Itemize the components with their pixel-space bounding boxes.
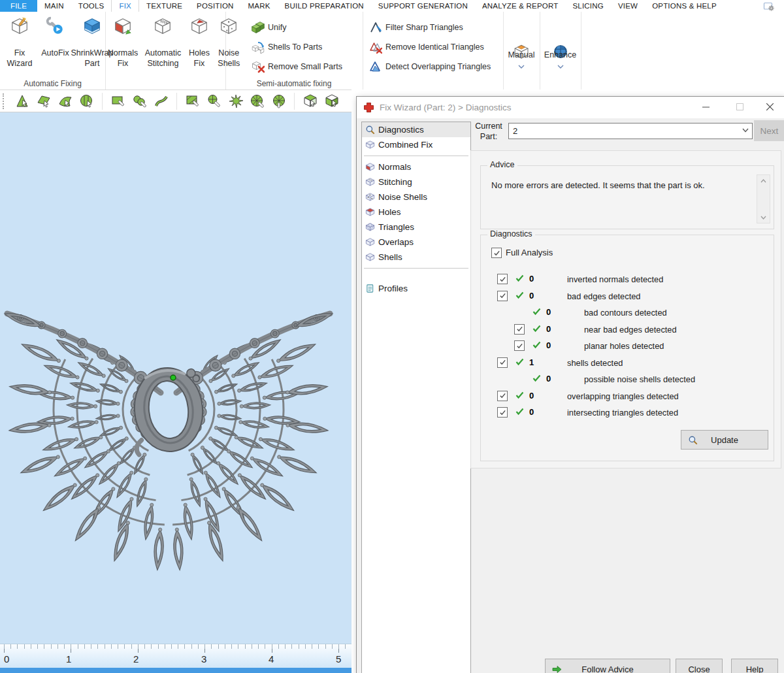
remove-small-parts-button[interactable]: Remove Small Parts	[252, 57, 363, 76]
filter-sharp-triangles-icon	[369, 21, 382, 34]
rectangle-marking-icon[interactable]	[110, 93, 126, 109]
tab-options-help[interactable]: OPTIONS & HELP	[645, 0, 724, 12]
sidebar-item-profiles[interactable]: Profiles	[362, 281, 470, 296]
shells-cube-icon	[365, 252, 375, 262]
fix-wizard-label: Fix Wizard	[7, 48, 33, 69]
tab-file[interactable]: FILE	[0, 0, 37, 12]
3d-viewport[interactable]	[0, 112, 351, 644]
tab-mark[interactable]: MARK	[241, 0, 278, 12]
ring-marking-icon[interactable]	[271, 93, 287, 109]
sidebar-item-noise-shells[interactable]: Noise Shells	[362, 189, 470, 205]
select-surfaces-icon[interactable]	[57, 93, 73, 109]
3d-model-wing-ring[interactable]	[0, 112, 351, 644]
ribbon-group-automatic-fixing: Fix Wizard AutoFix ShrinkWrap	[0, 12, 106, 90]
sidebar-item-overlaps[interactable]: Overlaps	[362, 235, 470, 250]
full-analysis-checkbox[interactable]	[491, 248, 502, 258]
freeform-marking-icon[interactable]	[154, 93, 169, 109]
tab-tools[interactable]: TOOLS	[71, 0, 112, 12]
checkbox[interactable]	[497, 274, 508, 284]
sidebar-item-shells[interactable]: Shells	[362, 250, 470, 265]
tab-position[interactable]: POSITION	[189, 0, 241, 12]
deselect-through-cube-icon[interactable]	[324, 93, 340, 109]
sidebar-item-combined-fix[interactable]: Combined Fix	[362, 137, 470, 152]
sidebar-item-diagnostics[interactable]: Diagnostics	[362, 122, 470, 137]
tab-main[interactable]: MAIN	[37, 0, 71, 12]
checkbox[interactable]	[514, 324, 525, 335]
tab-build-preparation[interactable]: BUILD PREPARATION	[278, 0, 371, 12]
row-label: possible noise shells detected	[584, 374, 695, 384]
select-planes-icon[interactable]	[36, 93, 52, 109]
row-label: near bad edges detected	[584, 325, 677, 335]
sidebar-item-stitching[interactable]: Stitching	[362, 174, 470, 189]
maximize-button[interactable]	[728, 97, 751, 116]
fill-marking-icon[interactable]	[250, 93, 265, 109]
normals-fix-button[interactable]: Normals Fix	[106, 12, 139, 69]
unify-button[interactable]: Unify	[252, 18, 363, 37]
shrinkwrap-part-icon	[82, 16, 102, 36]
manual-dropdown-button[interactable]: Manual	[503, 12, 540, 90]
detect-overlapping-triangles-button[interactable]: Detect Overlapping Triangles	[369, 57, 503, 76]
scroll-down-icon[interactable]	[757, 212, 770, 223]
next-button[interactable]: Next	[754, 120, 784, 141]
sidebar-item-triangles[interactable]: Triangles	[362, 220, 470, 235]
close-button[interactable]	[759, 97, 781, 116]
count: 0	[546, 324, 551, 334]
follow-advice-button[interactable]: Follow Advice	[545, 659, 670, 673]
select-triangles-icon[interactable]	[14, 93, 30, 109]
unify-icon	[252, 21, 265, 34]
checkbox[interactable]	[497, 407, 508, 418]
row-label: planar holes detected	[584, 341, 664, 351]
count: 0	[529, 274, 534, 284]
autofix-icon	[45, 16, 65, 36]
checkbox[interactable]	[497, 391, 508, 401]
enhance-caret-icon	[557, 65, 564, 69]
select-shells-icon[interactable]	[79, 93, 95, 109]
sidebar-item-normals[interactable]: Normals	[362, 159, 470, 174]
triangles-cube-icon	[365, 222, 375, 232]
window-marking-icon[interactable]	[185, 93, 201, 109]
ellipse-marking-icon[interactable]	[132, 93, 148, 109]
advice-text: No more errors are detected. It seems th…	[491, 180, 751, 190]
tab-analyze-report[interactable]: ANALYZE & REPORT	[475, 0, 566, 12]
tab-fix[interactable]: FIX	[111, 0, 139, 12]
overlaps-cube-icon	[365, 237, 375, 247]
enhance-dropdown-button[interactable]: Enhance	[540, 12, 581, 90]
update-button[interactable]: Update	[681, 430, 768, 450]
advice-scrollbar[interactable]	[757, 174, 770, 223]
fix-wizard-button[interactable]: Fix Wizard	[2, 12, 37, 69]
scroll-up-icon[interactable]	[757, 175, 770, 186]
tab-slicing[interactable]: SLICING	[566, 0, 611, 12]
tab-support-generation[interactable]: SUPPORT GENERATION	[371, 0, 475, 12]
row-label: bad edges detected	[567, 291, 640, 301]
unify-label: Unify	[268, 23, 286, 32]
smart-marking-icon[interactable]	[228, 93, 244, 109]
automatic-stitching-label: Automatic Stitching	[145, 48, 182, 69]
toolbar-drag-handle[interactable]	[3, 93, 6, 109]
automatic-stitching-button[interactable]: Automatic Stitching	[142, 12, 184, 69]
tab-view[interactable]: VIEW	[611, 0, 645, 12]
sidebar-item-holes[interactable]: Holes	[362, 205, 470, 220]
diagnostics-rows: 0 inverted normals detected 0 bad edges …	[481, 272, 774, 422]
autofix-button[interactable]: AutoFix	[40, 12, 70, 58]
brush-marking-icon[interactable]	[206, 93, 222, 109]
holes-fix-button[interactable]: Holes Fix	[187, 12, 212, 69]
minimize-button[interactable]	[694, 97, 717, 116]
ribbon-group-fix-tools: Normals Fix Automatic Stitching	[105, 12, 226, 90]
help-button[interactable]: Help	[731, 659, 778, 673]
select-through-cube-icon[interactable]	[302, 93, 318, 109]
diagnostic-row-possible-noise-shells: 0 possible noise shells detected	[481, 372, 774, 389]
remove-identical-triangles-button[interactable]: Remove Identical Triangles	[369, 37, 503, 57]
close-dialog-button[interactable]: Close	[676, 659, 723, 673]
checkbox[interactable]	[514, 340, 525, 351]
ribbon-group-manual: Manual	[503, 12, 540, 90]
current-part-select[interactable]: 2	[508, 123, 753, 139]
checkbox[interactable]	[497, 357, 508, 368]
dialog-title-bar[interactable]: Fix Wizard (Part: 2) > Diagnostics	[357, 97, 784, 118]
shells-to-parts-button[interactable]: Shells To Parts	[252, 37, 363, 57]
filter-sharp-triangles-button[interactable]: Filter Sharp Triangles	[369, 18, 503, 37]
sidebar-item-label: Holes	[378, 207, 401, 217]
customize-button[interactable]	[763, 0, 775, 12]
manual-caret-icon	[518, 65, 525, 69]
checkbox[interactable]	[497, 291, 508, 301]
tab-texture[interactable]: TEXTURE	[139, 0, 189, 12]
